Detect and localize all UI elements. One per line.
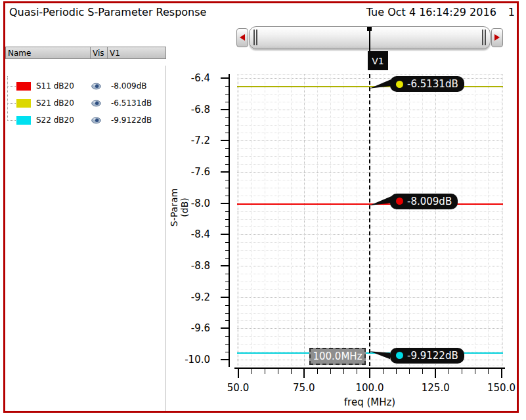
x-axis-tick-label: 50.0 [219, 382, 258, 394]
x-axis-minor-tick [396, 369, 397, 374]
y-axis-minor-tick [225, 226, 230, 227]
y-axis-minor-tick [225, 94, 230, 94]
x-axis-major-tick [435, 369, 436, 378]
grid-line-vertical [422, 74, 423, 366]
y-axis-tick-label: -6.4 [179, 72, 210, 84]
x-axis-minor-tick [449, 369, 449, 374]
grid-line-vertical [449, 74, 449, 366]
plot-area[interactable] [237, 74, 503, 366]
callout-series-dot [396, 352, 403, 359]
visibility-eye-icon[interactable] [91, 100, 101, 107]
x-axis-minor-tick [265, 369, 265, 374]
y-axis-major-tick [221, 297, 230, 298]
x-axis-tick-label: 125.0 [416, 382, 455, 394]
marker-v1-label[interactable]: V1 [368, 51, 388, 70]
callout-value: -8.009dB [407, 196, 452, 207]
grid-line-vertical [488, 74, 489, 366]
freq-marker-value-box[interactable]: 100.0MHz [309, 348, 366, 365]
x-axis-tick-label: 150.0 [482, 382, 521, 394]
y-axis-tick-label: -9.2 [179, 291, 210, 303]
legend-row[interactable]: S21 dB20-6.5131dB [5, 97, 152, 109]
marker-callout[interactable]: -8.009dB [390, 194, 458, 209]
y-axis-major-tick [221, 171, 230, 173]
visibility-eye-icon[interactable] [91, 83, 101, 90]
y-axis-minor-tick [225, 86, 230, 87]
y-axis-minor-tick [225, 148, 230, 149]
grid-line-vertical [357, 74, 357, 366]
scroll-right-button[interactable] [491, 28, 503, 47]
x-axis-minor-tick [422, 369, 423, 374]
x-axis-minor-tick [317, 369, 318, 374]
y-axis-minor-tick [225, 180, 230, 180]
y-axis-minor-tick [225, 274, 230, 274]
y-axis-tick-label: -9.6 [179, 322, 210, 334]
grid-line-vertical [475, 74, 475, 366]
x-axis-tick-label: 75.0 [284, 382, 324, 394]
marker-stem [369, 30, 370, 51]
x-axis-minor-tick [252, 369, 252, 374]
y-axis-tick-label: -7.2 [179, 135, 210, 146]
y-axis-major-tick [221, 203, 230, 204]
legend-row[interactable]: S22 dB20-9.9122dB [5, 114, 152, 126]
visibility-eye-icon[interactable] [91, 117, 101, 124]
y-axis-minor-tick [225, 313, 230, 314]
series-marker-value: -8.009dB [111, 81, 147, 91]
y-axis-minor-tick [225, 219, 230, 220]
y-axis-minor-tick [225, 305, 230, 306]
y-axis-major-tick [221, 109, 230, 110]
x-axis-minor-tick [383, 369, 384, 374]
grid-line-vertical [343, 74, 344, 366]
freq-marker-line[interactable] [369, 74, 370, 366]
grid-line-vertical [409, 74, 410, 366]
right-resize-handle[interactable] [480, 30, 488, 45]
series-color-swatch[interactable] [16, 82, 31, 91]
column-header-v1[interactable]: V1 [108, 47, 165, 58]
x-axis-minor-tick [278, 369, 278, 374]
callout-series-dot [396, 198, 403, 205]
x-axis-minor-tick [475, 369, 475, 374]
y-axis-minor-tick [225, 258, 230, 259]
series-color-swatch[interactable] [16, 99, 31, 108]
y-axis-minor-tick [225, 102, 230, 102]
x-axis-major-tick [501, 369, 502, 378]
series-color-swatch[interactable] [16, 116, 31, 125]
x-axis-major-tick [303, 369, 305, 378]
header-right: Tue Oct 4 16:14:29 2016 1 [355, 6, 515, 18]
x-axis-minor-tick [488, 369, 489, 374]
plot-border-right [502, 74, 503, 366]
y-axis-minor-tick [225, 156, 230, 157]
grid-line-vertical [304, 74, 305, 366]
page-title: Quasi-Periodic S-Parameter Response [9, 6, 206, 18]
y-axis-tick-label: -6.8 [179, 104, 210, 116]
scroll-left-button[interactable] [236, 28, 248, 47]
left-resize-handle[interactable] [252, 30, 259, 45]
y-axis-major-tick [221, 359, 230, 360]
legend-row[interactable]: S11 dB20-8.009dB [5, 80, 147, 92]
series-name: S11 dB20 [36, 81, 91, 91]
y-axis-major-tick [221, 140, 230, 141]
column-header-vis[interactable]: Vis [91, 47, 108, 58]
column-header-name[interactable]: Name [6, 47, 91, 58]
grid-line-vertical [265, 74, 265, 366]
x-axis-minor-tick [409, 369, 410, 374]
grid-line-vertical [278, 74, 278, 366]
grid-line-vertical [238, 74, 239, 366]
left-arrow-icon [240, 34, 245, 41]
x-axis-minor-tick [357, 369, 357, 374]
marker-callout[interactable]: -9.9122dB [390, 348, 464, 364]
y-axis-tick-label: -8.4 [179, 228, 210, 240]
y-axis-major-tick [221, 265, 230, 266]
x-axis-minor-tick [462, 369, 462, 374]
y-axis-minor-tick [225, 196, 230, 196]
marker-callout[interactable]: -6.5131dB [390, 76, 464, 92]
callout-series-dot [396, 81, 403, 88]
grid-line-vertical [330, 74, 331, 366]
panel-divider[interactable] [165, 66, 165, 411]
x-axis-title: freq (MHz) [317, 396, 422, 408]
grid-line-vertical [462, 74, 462, 366]
grid-line-vertical [252, 74, 252, 366]
y-axis-line [229, 74, 230, 367]
y-axis-tick-label: -7.6 [179, 166, 210, 178]
y-axis-minor-tick [225, 242, 230, 243]
grid-line-vertical [291, 74, 292, 366]
